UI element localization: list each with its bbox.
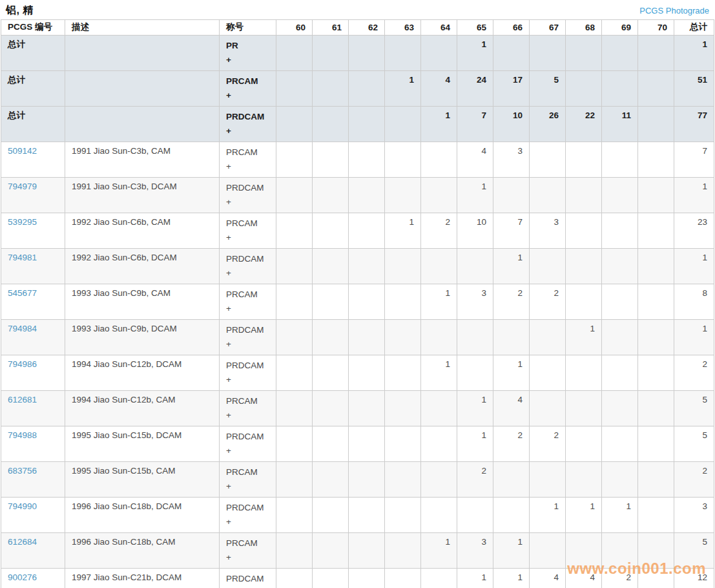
description-cell: 1994 Jiao Sun-C12b, CAM — [65, 391, 220, 426]
pcgs-number-link[interactable]: 539295 — [8, 217, 37, 227]
designation-plus-suffix: + — [226, 89, 269, 103]
total-cell: 1 — [674, 320, 714, 355]
grade-cell-67: 5 — [530, 71, 566, 107]
grade-cell-69 — [602, 71, 638, 107]
designation-plus-suffix: + — [226, 53, 269, 67]
col-header-grade-63: 63 — [385, 20, 421, 36]
col-header-grade-61: 61 — [313, 20, 349, 36]
designation-cell: PRDCAM+ — [220, 355, 276, 391]
pcgs-number-link[interactable]: 509142 — [8, 146, 37, 156]
grade-cell-63 — [385, 36, 421, 71]
pcgs-number-link[interactable]: 683756 — [8, 466, 37, 476]
pcgs-number-cell: 539295 — [1, 213, 65, 249]
grade-cell-65: 7 — [457, 107, 493, 142]
grade-cell-67 — [530, 391, 566, 426]
grade-cell-66 — [493, 320, 530, 355]
grade-cell-68 — [566, 462, 602, 498]
grade-cell-63 — [385, 284, 421, 320]
grade-cell-61 — [313, 426, 349, 462]
grade-cell-70 — [638, 569, 674, 588]
grade-cell-68: 4 — [566, 569, 602, 588]
grade-cell-64: 2 — [421, 213, 457, 249]
grade-cell-61 — [313, 71, 349, 107]
designation-cell: PRDCAM+ — [220, 320, 276, 355]
grade-cell-65: 1 — [457, 426, 493, 462]
pcgs-number-cell: 794979 — [1, 178, 65, 213]
description-cell: 1994 Jiao Sun-C12b, DCAM — [65, 355, 220, 391]
designation-cell: PR+ — [220, 36, 276, 71]
grade-cell-65: 2 — [457, 462, 493, 498]
summary-row: 总计PRCAM+142417551 — [1, 71, 714, 107]
grade-cell-67 — [530, 355, 566, 391]
grade-cell-61 — [313, 142, 349, 178]
grade-cell-64 — [421, 320, 457, 355]
grade-cell-61 — [313, 249, 349, 284]
table-row: 5456771993 Jiao Sun-C9b, CAMPRCAM+13228 — [1, 284, 714, 320]
grade-cell-68 — [566, 142, 602, 178]
grade-cell-62 — [349, 142, 385, 178]
designation-cell: PRDCAM+ — [220, 569, 276, 588]
grade-cell-70 — [638, 426, 674, 462]
grade-cell-62 — [349, 391, 385, 426]
grade-cell-66 — [493, 178, 530, 213]
grade-cell-70 — [638, 355, 674, 391]
designation-cell: PRCAM+ — [220, 533, 276, 569]
grade-cell-63 — [385, 355, 421, 391]
grade-cell-68 — [566, 533, 602, 569]
designation-cell: PRCAM+ — [220, 462, 276, 498]
grade-cell-65 — [457, 498, 493, 533]
designation-name: PRCAM — [226, 74, 269, 89]
grade-cell-67 — [530, 462, 566, 498]
grade-cell-61 — [313, 213, 349, 249]
col-header-grade-69: 69 — [602, 20, 638, 36]
pcgs-number-cell: 794990 — [1, 498, 65, 533]
designation-name: PRDCAM — [226, 181, 269, 195]
table-row: 9002761997 Jiao Sun-C21b, DCAMPRDCAM+114… — [1, 569, 714, 588]
pcgs-number-link[interactable]: 900276 — [8, 572, 37, 582]
grade-cell-62 — [349, 249, 385, 284]
pcgs-number-link[interactable]: 612681 — [8, 395, 37, 404]
pcgs-number-link[interactable]: 794981 — [8, 253, 37, 262]
grade-cell-64 — [421, 391, 457, 426]
grade-cell-69 — [602, 320, 638, 355]
grade-cell-69 — [602, 213, 638, 249]
pcgs-number-link[interactable]: 794986 — [8, 359, 37, 369]
designation-name: PRDCAM — [226, 252, 269, 266]
pcgs-number-link[interactable]: 612684 — [8, 537, 37, 547]
grade-cell-69 — [602, 178, 638, 213]
pcgs-number-cell: 683756 — [1, 462, 65, 498]
grade-cell-68 — [566, 178, 602, 213]
grade-cell-62 — [349, 284, 385, 320]
grade-cell-70 — [638, 213, 674, 249]
pcgs-number-link[interactable]: 545677 — [8, 288, 37, 298]
grade-cell-69 — [602, 355, 638, 391]
designation-plus-suffix: + — [226, 515, 269, 529]
col-header-designation: 称号 — [220, 20, 276, 36]
pcgs-number-link[interactable]: 794979 — [8, 182, 37, 191]
grade-cell-67 — [530, 320, 566, 355]
grade-cell-70 — [638, 462, 674, 498]
pcgs-number-link[interactable]: 794988 — [8, 430, 37, 440]
grade-cell-64 — [421, 498, 457, 533]
total-cell: 1 — [674, 249, 714, 284]
grade-cell-69 — [602, 36, 638, 71]
pcgs-photograde-link[interactable]: PCGS Photograde — [639, 6, 709, 16]
table-header-row: PCGS 编号描述称号6061626364656667686970总计 — [1, 20, 714, 36]
designation-name: PRCAM — [226, 288, 269, 302]
pcgs-number-link[interactable]: 794984 — [8, 324, 37, 333]
grade-cell-64: 1 — [421, 355, 457, 391]
designation-cell: PRCAM+ — [220, 391, 276, 426]
grade-cell-64 — [421, 426, 457, 462]
designation-cell: PRDCAM+ — [220, 498, 276, 533]
pcgs-number-cell: 612681 — [1, 391, 65, 426]
table-row: 7949881995 Jiao Sun-C15b, DCAMPRDCAM+122… — [1, 426, 714, 462]
grade-cell-62 — [349, 213, 385, 249]
summary-label-cell: 总计 — [1, 107, 65, 142]
grade-cell-61 — [313, 178, 349, 213]
designation-cell: PRDCAM+ — [220, 107, 276, 142]
grade-cell-66 — [493, 498, 530, 533]
description-cell: 1992 Jiao Sun-C6b, CAM — [65, 213, 220, 249]
pcgs-number-link[interactable]: 794990 — [8, 501, 37, 511]
grade-cell-60 — [276, 498, 313, 533]
grade-cell-63 — [385, 142, 421, 178]
